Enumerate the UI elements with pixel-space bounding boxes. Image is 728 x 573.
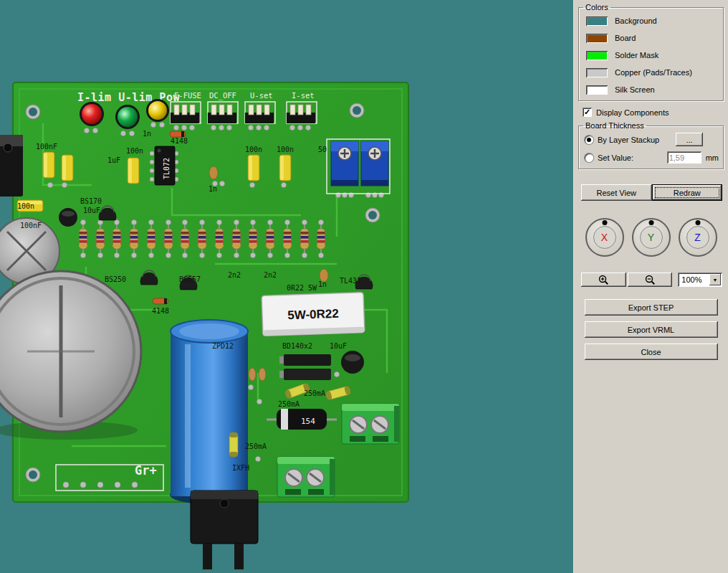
background-color-label: Background (615, 16, 657, 25)
svg-text:0R22 5W: 0R22 5W (287, 284, 317, 292)
by-layer-stackup-label: By Layer Stackup (598, 136, 659, 144)
thickness-value-input[interactable] (667, 151, 701, 164)
checkmark-icon: ✓ (584, 108, 590, 116)
power-resistor-label: 5W-0R22 (287, 307, 339, 322)
close-button[interactable]: Close (585, 344, 718, 360)
svg-text:10uF: 10uF (83, 207, 100, 214)
svg-text:50: 50 (318, 146, 327, 153)
zoom-in-button[interactable] (581, 273, 626, 287)
by-layer-stackup-row: By Layer Stackup ... (582, 131, 720, 148)
diode-marking: 154 (301, 417, 315, 426)
svg-text:2n2: 2n2 (228, 271, 241, 279)
svg-text:1n: 1n (318, 280, 327, 288)
view-buttons-row: Reset View Redraw (581, 184, 722, 201)
control-panel: Colors Background Board Solder Mask Copp… (573, 0, 728, 573)
redraw-button[interactable]: Redraw (652, 184, 723, 201)
mosfet-ixfh (191, 491, 258, 569)
copper-color-label: Copper (Pads/Traces) (615, 68, 692, 77)
svg-text:250mA: 250mA (245, 442, 267, 450)
trimpot-2 (361, 141, 388, 186)
rotate-z-dial[interactable]: Z (679, 218, 717, 257)
zoom-level-value: 100% (681, 275, 701, 284)
silk-screen-color-swatch[interactable] (586, 85, 608, 95)
svg-text:1n: 1n (143, 130, 151, 138)
header-i-set (287, 105, 315, 123)
led-yellow (146, 99, 169, 122)
svg-text:100n: 100n (277, 146, 294, 153)
color-row-silk-screen: Silk Screen (582, 81, 720, 98)
set-value-row: Set Value: mm (582, 148, 720, 166)
fuse-250ma-3 (229, 432, 238, 457)
silkscreen-header-uset: U-set (250, 91, 273, 100)
silkscreen-header-efuse: E-FUSE (174, 91, 201, 100)
rotation-dials: X Y Z (577, 218, 725, 257)
mounting-hole (26, 468, 40, 482)
svg-text:250mA: 250mA (304, 389, 325, 397)
mounting-hole (26, 105, 40, 119)
terminal-block-1 (342, 404, 399, 444)
svg-text:100nF: 100nF (36, 143, 57, 151)
capacitor-blue (170, 320, 249, 504)
ic-tl072-label: TL072 (163, 158, 171, 179)
color-row-solder-mask: Solder Mask (582, 47, 720, 64)
mounting-hole (365, 208, 380, 222)
mounting-hole (350, 103, 364, 118)
zoom-out-button[interactable] (628, 273, 673, 287)
rotate-z-label: Z (686, 226, 709, 249)
board-thickness-group: Board Thickness By Layer Stackup ... Set… (578, 121, 724, 169)
film-capacitor (43, 152, 54, 178)
colors-group-title: Colors (583, 3, 610, 11)
svg-text:BS250: BS250 (105, 275, 126, 283)
header-u-set (245, 105, 274, 123)
display-components-label: Display Components (596, 108, 669, 117)
thickness-unit-label: mm (706, 153, 719, 162)
svg-text:2n2: 2n2 (264, 271, 277, 279)
background-color-swatch[interactable] (586, 16, 608, 26)
rotate-x-label: X (593, 226, 616, 249)
pcb-3d-view[interactable]: I-lim U-lim Pow E-FUSE DC_OFF U-set I-se… (0, 0, 573, 573)
chevron-down-icon[interactable]: ▼ (709, 274, 721, 285)
electrolytic-10uf-b (341, 351, 364, 374)
rotate-y-label: Y (640, 226, 663, 249)
checkbox-box[interactable]: ✓ (583, 108, 592, 117)
terminal-block-2 (277, 457, 335, 497)
display-components-checkbox[interactable]: ✓ Display Components (583, 108, 721, 117)
solder-mask-color-swatch[interactable] (586, 51, 608, 60)
svg-text:1uF: 1uF (107, 156, 120, 164)
set-value-radio[interactable] (585, 153, 593, 162)
svg-text:TL431: TL431 (340, 277, 361, 285)
diode-4148 (153, 298, 168, 304)
rotate-x-dial[interactable]: X (585, 218, 624, 257)
color-row-background: Background (582, 12, 720, 29)
reset-view-button[interactable]: Reset View (581, 184, 652, 201)
film-capacitor (248, 155, 259, 181)
silkscreen-header-dcoff: DC_OFF (209, 91, 236, 100)
svg-text:1n: 1n (209, 185, 217, 193)
electrolytic-10uf (59, 208, 77, 227)
svg-text:100n: 100n (17, 202, 34, 210)
zoom-in-icon (598, 275, 609, 285)
silk-screen-color-label: Silk Screen (615, 85, 655, 94)
export-vrml-button[interactable]: Export VRML (585, 321, 718, 338)
dial-marker-dot (695, 220, 700, 225)
dial-marker-dot (602, 220, 607, 225)
trimpot-1 (331, 141, 358, 186)
rotate-y-dial[interactable]: Y (632, 218, 671, 257)
bead-capacitor (259, 368, 266, 381)
svg-text:BC557: BC557 (179, 275, 201, 283)
svg-text:BD140x2: BD140x2 (282, 342, 312, 350)
ic-tl072: TL072 (155, 146, 175, 185)
export-step-button[interactable]: Export STEP (585, 299, 718, 316)
by-layer-stackup-radio[interactable] (585, 136, 593, 144)
led-red (80, 102, 104, 126)
color-row-copper: Copper (Pads/Traces) (582, 64, 720, 81)
header-e-fuse (171, 105, 199, 123)
board-thickness-title: Board Thickness (583, 121, 646, 130)
copper-color-swatch[interactable] (586, 68, 608, 77)
zoom-level-select[interactable]: 100% ▼ (678, 273, 722, 287)
board-color-swatch[interactable] (586, 34, 608, 43)
stackup-more-button[interactable]: ... (676, 133, 703, 146)
solder-mask-color-label: Solder Mask (615, 51, 658, 60)
led-green (115, 105, 140, 129)
board-color-label: Board (615, 34, 636, 42)
